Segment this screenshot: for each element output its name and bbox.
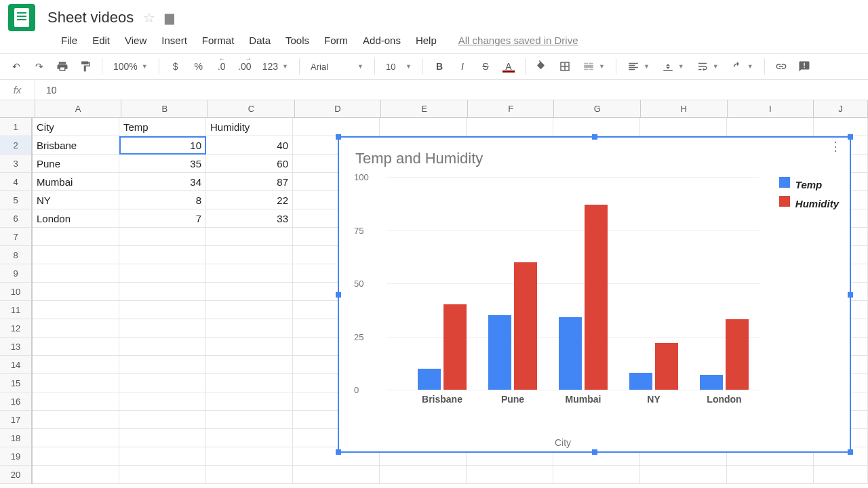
- col-header-C[interactable]: C: [208, 100, 295, 118]
- row-header-17[interactable]: 17: [0, 411, 32, 429]
- col-header-D[interactable]: D: [295, 100, 382, 118]
- cell[interactable]: [206, 264, 293, 283]
- cell[interactable]: [33, 356, 119, 374]
- zoom-select[interactable]: 100%▼: [109, 61, 152, 72]
- bold-button[interactable]: B: [430, 57, 449, 76]
- row-header-16[interactable]: 16: [0, 392, 32, 411]
- resize-handle[interactable]: [592, 449, 597, 455]
- row-header-18[interactable]: 18: [0, 429, 32, 447]
- bar-temp[interactable]: [629, 373, 652, 390]
- cell[interactable]: [727, 118, 814, 136]
- cell[interactable]: [33, 392, 119, 411]
- cell[interactable]: [119, 411, 206, 429]
- folder-icon[interactable]: ▆: [165, 10, 174, 25]
- row-header-4[interactable]: 4: [0, 173, 32, 191]
- col-header-E[interactable]: E: [381, 100, 468, 118]
- col-header-G[interactable]: G: [554, 100, 641, 118]
- cell[interactable]: [33, 283, 119, 301]
- valign-button[interactable]: ▼: [658, 60, 688, 73]
- bar-humidity[interactable]: [443, 304, 467, 390]
- decrease-decimal-button[interactable]: ←.0: [212, 57, 231, 76]
- cell[interactable]: [206, 356, 293, 374]
- cell[interactable]: [206, 246, 293, 264]
- resize-handle[interactable]: [336, 292, 341, 298]
- row-header-1[interactable]: 1: [0, 118, 32, 136]
- comment-button[interactable]: [795, 57, 814, 76]
- bar-humidity[interactable]: [655, 343, 678, 390]
- cell[interactable]: Brisbane: [33, 136, 119, 155]
- col-header-H[interactable]: H: [641, 100, 728, 118]
- cell[interactable]: [33, 374, 119, 392]
- col-header-F[interactable]: F: [468, 100, 555, 118]
- undo-button[interactable]: ↶: [7, 57, 26, 76]
- cell[interactable]: [206, 338, 293, 356]
- strike-button[interactable]: S: [476, 57, 495, 76]
- cell[interactable]: [119, 301, 206, 319]
- cell[interactable]: [206, 411, 293, 429]
- cell[interactable]: [206, 429, 293, 447]
- menu-tools[interactable]: Tools: [285, 35, 309, 46]
- menu-form[interactable]: Form: [324, 35, 348, 46]
- cell[interactable]: [33, 411, 119, 429]
- text-color-button[interactable]: A: [499, 57, 518, 76]
- chart-menu-button[interactable]: ⋮: [829, 144, 842, 148]
- cell[interactable]: [206, 301, 293, 319]
- merge-button[interactable]: ▼: [578, 60, 609, 73]
- menu-view[interactable]: View: [125, 35, 146, 46]
- formula-input[interactable]: 10: [35, 85, 57, 96]
- italic-button[interactable]: I: [453, 57, 472, 76]
- cell[interactable]: London: [33, 209, 119, 228]
- wrap-button[interactable]: ▼: [692, 60, 723, 73]
- cell[interactable]: [640, 118, 727, 136]
- cell[interactable]: [727, 466, 814, 484]
- cell[interactable]: [206, 374, 293, 392]
- font-size-select[interactable]: 10▼: [382, 62, 416, 72]
- cell[interactable]: [206, 392, 293, 411]
- row-header-14[interactable]: 14: [0, 356, 32, 374]
- cell[interactable]: 34: [119, 173, 206, 191]
- menu-help[interactable]: Help: [416, 35, 437, 46]
- chart-object[interactable]: Temp and Humidity ⋮ Temp Humidity City 0…: [338, 136, 851, 453]
- cell[interactable]: [293, 118, 380, 136]
- cell[interactable]: City: [33, 118, 119, 136]
- resize-handle[interactable]: [336, 449, 341, 455]
- col-header-J[interactable]: J: [814, 100, 868, 118]
- cell[interactable]: [206, 228, 293, 246]
- fill-color-button[interactable]: [532, 57, 551, 76]
- cell[interactable]: 8: [119, 191, 206, 209]
- cell[interactable]: [206, 447, 293, 466]
- cell[interactable]: [33, 447, 119, 466]
- cell[interactable]: [119, 447, 206, 466]
- chart-title[interactable]: Temp and Humidity: [355, 150, 483, 167]
- cell[interactable]: [33, 301, 119, 319]
- resize-handle[interactable]: [848, 449, 853, 455]
- cell[interactable]: [119, 319, 206, 338]
- row-header-15[interactable]: 15: [0, 374, 32, 392]
- col-header-B[interactable]: B: [121, 100, 208, 118]
- cell[interactable]: [33, 429, 119, 447]
- bar-temp[interactable]: [488, 315, 511, 390]
- currency-button[interactable]: $: [166, 57, 185, 76]
- cell[interactable]: [33, 319, 119, 338]
- cell[interactable]: [467, 118, 553, 136]
- cell[interactable]: [814, 118, 868, 136]
- menu-format[interactable]: Format: [202, 35, 235, 46]
- cell[interactable]: 7: [119, 209, 206, 228]
- cell[interactable]: 33: [206, 209, 293, 228]
- number-format-select[interactable]: 123▼: [258, 61, 292, 72]
- bar-temp[interactable]: [700, 375, 723, 390]
- col-header-I[interactable]: I: [728, 100, 814, 118]
- row-header-20[interactable]: 20: [0, 466, 32, 484]
- menu-addons[interactable]: Add-ons: [363, 35, 401, 46]
- row-header-13[interactable]: 13: [0, 338, 32, 356]
- row-header-5[interactable]: 5: [0, 191, 32, 209]
- cell[interactable]: [119, 338, 206, 356]
- cell[interactable]: [33, 466, 119, 484]
- cell[interactable]: [119, 356, 206, 374]
- font-select[interactable]: Arial▼: [307, 62, 368, 72]
- percent-button[interactable]: %: [189, 57, 208, 76]
- cell[interactable]: 87: [206, 173, 293, 191]
- document-title[interactable]: Sheet videos: [47, 9, 134, 26]
- bar-humidity[interactable]: [514, 262, 537, 390]
- row-header-11[interactable]: 11: [0, 301, 32, 319]
